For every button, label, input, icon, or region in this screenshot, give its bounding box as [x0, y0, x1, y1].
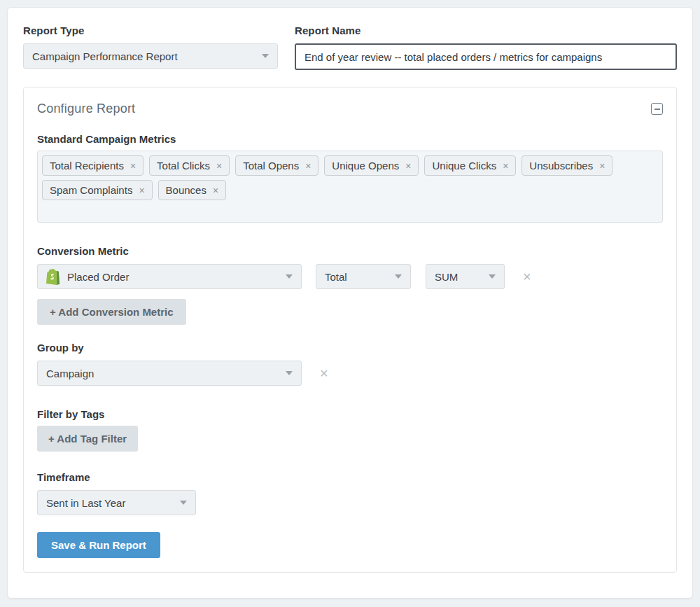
conversion-metric-row: Placed Order Total SUM × [37, 264, 663, 289]
metric-tag-label: Total Opens [243, 160, 299, 172]
remove-tag-icon[interactable]: × [503, 161, 508, 171]
conversion-metric-select[interactable]: Placed Order [37, 264, 302, 289]
chevron-down-icon [489, 274, 496, 279]
report-name-input[interactable] [295, 43, 677, 70]
save-run-report-button[interactable]: Save & Run Report [37, 532, 160, 558]
remove-tag-icon[interactable]: × [305, 161, 311, 171]
add-tag-filter-button[interactable]: + Add Tag Filter [37, 426, 138, 452]
metric-tag: Bounces × [158, 180, 227, 200]
conversion-aggregation-value: Total [325, 271, 347, 283]
standard-campaign-metrics-label: Standard Campaign Metrics [37, 133, 663, 145]
chevron-down-icon [395, 274, 402, 279]
metric-tag: Unique Opens × [324, 155, 419, 176]
conversion-function-select[interactable]: SUM [426, 264, 505, 289]
metric-tag: Spam Complaints × [42, 180, 153, 200]
metric-tag-label: Total Clicks [157, 160, 210, 172]
metric-tag-label: Spam Complaints [50, 184, 132, 196]
remove-tag-icon[interactable]: × [599, 161, 605, 171]
remove-group-by-icon[interactable]: × [320, 366, 328, 380]
report-type-value: Campaign Performance Report [32, 50, 178, 62]
metric-tag: Unsubscribes × [522, 155, 612, 176]
report-header-row: Report Type Campaign Performance Report … [23, 25, 677, 70]
metric-tag-label: Total Recipients [50, 160, 124, 172]
report-builder-card: Report Type Campaign Performance Report … [7, 7, 693, 599]
report-type-select[interactable]: Campaign Performance Report [23, 43, 278, 69]
report-name-label: Report Name [295, 25, 677, 36]
group-by-select[interactable]: Campaign [37, 361, 302, 386]
conversion-function-value: SUM [435, 271, 458, 283]
filter-by-tags-label: Filter by Tags [37, 408, 663, 420]
timeframe-value: Sent in Last Year [46, 497, 125, 509]
metric-tag-label: Unique Opens [332, 160, 399, 172]
metric-tag: Total Recipients × [42, 155, 144, 176]
chevron-down-icon [262, 54, 269, 58]
timeframe-label: Timeframe [37, 471, 663, 483]
remove-tag-icon[interactable]: × [405, 161, 411, 171]
group-by-row: Campaign × [37, 361, 663, 386]
chevron-down-icon [286, 371, 293, 375]
chevron-down-icon [286, 274, 293, 279]
conversion-metric-label: Conversion Metric [37, 245, 663, 257]
add-conversion-metric-button[interactable]: + Add Conversion Metric [37, 299, 186, 325]
remove-tag-icon[interactable]: × [139, 186, 144, 195]
remove-conversion-metric-icon[interactable]: × [523, 270, 531, 284]
conversion-aggregation-select[interactable]: Total [316, 264, 411, 289]
shopify-bag-icon [46, 269, 60, 285]
metric-tag-label: Unsubscribes [529, 160, 593, 172]
configure-report-title: Configure Report [37, 102, 135, 116]
group-by-label: Group by [37, 342, 663, 354]
metric-tag-label: Unique Clicks [432, 160, 496, 172]
metric-tag: Total Opens × [235, 155, 318, 176]
timeframe-select[interactable]: Sent in Last Year [37, 490, 196, 515]
minus-square-icon[interactable] [651, 103, 663, 115]
timeframe-row: Sent in Last Year [37, 490, 663, 515]
remove-tag-icon[interactable]: × [213, 186, 218, 195]
report-type-label: Report Type [23, 25, 278, 36]
remove-tag-icon[interactable]: × [216, 161, 222, 171]
minus-glyph [654, 109, 660, 110]
remove-tag-icon[interactable]: × [130, 161, 136, 171]
metric-tags-input[interactable]: Total Recipients × Total Clicks × Total … [37, 151, 663, 223]
metric-tag: Unique Clicks × [424, 155, 516, 176]
metric-tag-label: Bounces [166, 184, 206, 196]
metric-tag: Total Clicks × [149, 155, 230, 176]
conversion-metric-value: Placed Order [67, 271, 129, 283]
group-by-value: Campaign [46, 368, 94, 379]
chevron-down-icon [180, 501, 187, 505]
configure-report-panel: Configure Report Standard Campaign Metri… [23, 87, 677, 573]
